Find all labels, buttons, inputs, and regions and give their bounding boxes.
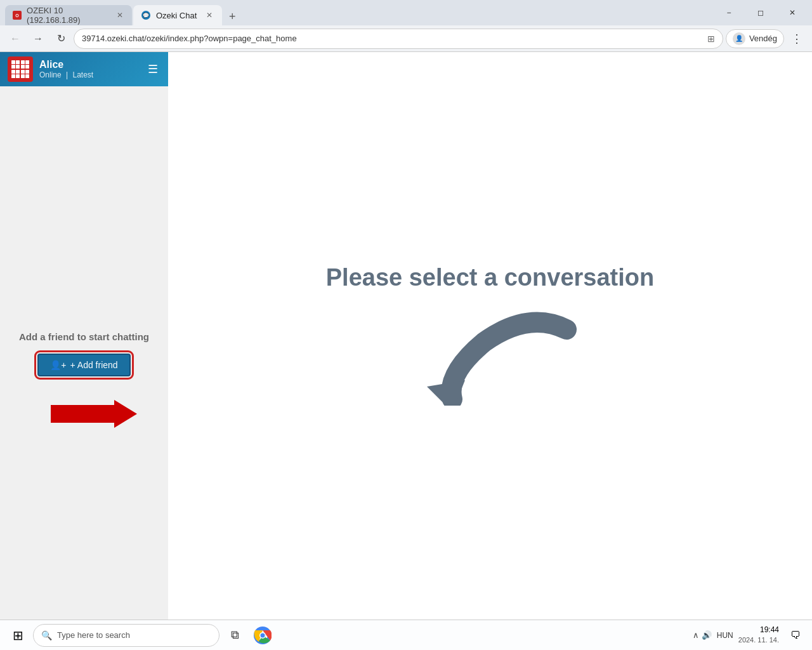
add-friend-text: Add a friend to start chatting: [19, 330, 149, 343]
volume-icon[interactable]: 🔊: [702, 630, 712, 640]
add-friend-icon: 👤+: [50, 360, 66, 370]
browser-menu-button[interactable]: ⋮: [787, 29, 807, 49]
address-bar[interactable]: 39714.ozeki.chat/ozeki/index.php?owpn=pa…: [74, 29, 723, 49]
tab-ozeki-favicon: O: [13, 10, 22, 20]
reload-button[interactable]: ↻: [51, 29, 71, 49]
forward-button[interactable]: →: [28, 29, 48, 49]
maximize-button[interactable]: ◻: [746, 3, 775, 23]
annotation-arrow: [51, 400, 137, 428]
windows-icon: ⊞: [13, 628, 23, 643]
sidebar-header: Alice Online | Latest ☰: [0, 52, 168, 86]
minimize-button[interactable]: −: [714, 3, 743, 23]
clock-date: 2024. 11. 14.: [738, 635, 779, 645]
tab-chat[interactable]: 💬 Ozeki Chat ✕: [133, 5, 222, 25]
hamburger-button[interactable]: ☰: [145, 60, 160, 79]
chat-sidebar: Alice Online | Latest ☰ Add a friend to …: [0, 52, 168, 620]
search-placeholder: Type here to search: [57, 630, 130, 640]
chat-main-panel: Please select a conversation: [168, 52, 812, 620]
user-name: Alice: [39, 59, 139, 70]
notification-button[interactable]: 🗨: [784, 624, 807, 647]
user-info: Alice Online | Latest: [39, 59, 139, 79]
language-indicator[interactable]: HUN: [717, 631, 733, 640]
clock-time: 19:44: [738, 625, 779, 635]
start-button[interactable]: ⊞: [5, 623, 30, 648]
profile-avatar: 👤: [733, 32, 745, 45]
tray-chevron-icon[interactable]: ∧: [693, 630, 699, 640]
select-conversation-message: Please select a conversation: [326, 264, 655, 291]
profile-button[interactable]: 👤 Vendég: [726, 29, 784, 48]
tab-ozeki[interactable]: O OZEKI 10 (192.168.1.89) ✕: [5, 5, 132, 25]
search-bar[interactable]: 🔍 Type here to search: [33, 624, 219, 647]
arrow-graphic: [402, 304, 579, 408]
new-tab-button[interactable]: +: [223, 8, 241, 25]
search-icon: 🔍: [41, 630, 52, 640]
back-button[interactable]: ←: [5, 29, 25, 49]
taskbar-right: ∧ 🔊 HUN 19:44 2024. 11. 14. 🗨: [693, 624, 807, 647]
tab-chat-label: Ozeki Chat: [156, 11, 197, 20]
task-view-button[interactable]: ⧉: [222, 623, 247, 648]
user-status: Online | Latest: [39, 70, 139, 79]
translate-icon[interactable]: ⊞: [707, 34, 715, 44]
tab-ozeki-label: OZEKI 10 (192.168.1.89): [27, 6, 108, 25]
tab-ozeki-close[interactable]: ✕: [115, 10, 124, 20]
url-text: 39714.ozeki.chat/ozeki/index.php?owpn=pa…: [82, 34, 702, 43]
close-button[interactable]: ✕: [778, 3, 807, 23]
tab-chat-favicon: 💬: [141, 10, 151, 20]
sidebar-body: Add a friend to start chatting 👤+ + Add …: [0, 86, 168, 620]
app-logo: [8, 56, 33, 82]
profile-label: Vendég: [749, 34, 777, 43]
system-tray-icons: ∧ 🔊: [693, 630, 712, 640]
add-friend-button[interactable]: 👤+ + Add friend: [37, 354, 130, 376]
svg-point-5: [261, 633, 265, 637]
chrome-taskbar-icon[interactable]: [250, 623, 275, 648]
tab-chat-close[interactable]: ✕: [204, 10, 214, 20]
add-friend-label: + Add friend: [70, 360, 118, 370]
clock[interactable]: 19:44 2024. 11. 14.: [738, 625, 779, 645]
taskbar: ⊞ 🔍 Type here to search ⧉ ∧ 🔊 HUN 19:44 …: [0, 620, 812, 650]
